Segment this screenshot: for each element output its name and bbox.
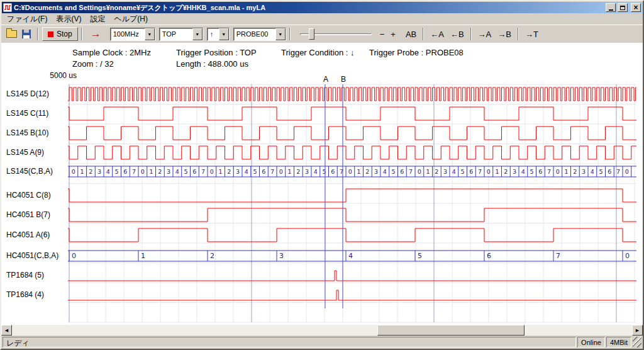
svg-text:3: 3 [236,168,240,175]
scroll-left-button[interactable]: ◀ [1,325,12,336]
zoom-slider[interactable] [299,27,373,41]
waveform-plot: 0123456701234567012345670123456701234567… [1,43,643,325]
dropdown-arrow-icon[interactable]: ▼ [145,28,155,40]
menu-help[interactable]: ヘルプ(H) [109,13,152,25]
svg-text:2: 2 [504,168,508,175]
waveform-area: Sample Clock : 2MHz Trigger Position : T… [1,43,643,325]
run-arrow-icon: → [91,28,101,40]
slider-thumb[interactable] [309,28,314,40]
trigger-position-value: TOP [160,28,192,40]
save-button[interactable] [19,27,34,41]
svg-text:0: 0 [210,168,214,175]
trigger-edge-select[interactable]: ↑ ▼ [207,28,230,41]
svg-text:6: 6 [123,168,127,175]
app-window: C:¥Documents and Settings¥noname¥デスクトップ¥… [0,0,644,350]
svg-text:4: 4 [348,252,353,260]
svg-text:3: 3 [279,252,284,260]
statusbar: レディ Online 4MBit [1,336,643,349]
set-cursor-a-button[interactable]: →A [475,28,495,40]
floppy-shutter [24,30,29,33]
svg-text:7: 7 [132,168,136,175]
close-icon: × [633,4,638,11]
svg-text:7: 7 [409,168,413,175]
svg-text:4: 4 [106,168,110,175]
svg-text:2: 2 [573,168,577,175]
stop-icon [48,31,53,37]
titlebar[interactable]: C:¥Documents and Settings¥noname¥デスクトップ¥… [2,2,642,13]
maximize-icon [620,6,625,10]
svg-text:4: 4 [314,168,318,175]
svg-text:5: 5 [418,252,422,260]
svg-text:0: 0 [348,168,352,175]
svg-text:0: 0 [279,168,283,175]
horizontal-scrollbar[interactable]: ◀ ▶ [1,325,643,336]
goto-cursor-b-button[interactable]: ←B [447,28,467,40]
maximize-button[interactable] [618,3,628,12]
resize-grip[interactable] [633,337,641,347]
svg-text:3: 3 [167,168,170,175]
svg-text:1: 1 [219,168,223,175]
svg-text:5: 5 [461,168,465,175]
svg-text:4: 4 [452,168,456,175]
dropdown-arrow-icon[interactable]: ▼ [275,28,286,40]
svg-text:3: 3 [582,168,586,175]
menu-view[interactable]: 表示(V) [52,13,86,25]
stop-button[interactable]: Stop [42,27,78,41]
scrollbar-thumb[interactable] [377,325,525,336]
scroll-right-button[interactable]: ▶ [632,325,643,336]
svg-text:5: 5 [115,168,119,175]
run-button[interactable]: → [86,28,106,40]
svg-text:5: 5 [530,168,534,175]
app-icon [3,3,12,12]
goto-trigger-button[interactable]: →T [522,28,541,40]
goto-cursor-a-button[interactable]: ←A [427,28,447,40]
svg-text:5: 5 [392,168,396,175]
svg-text:7: 7 [270,168,274,175]
svg-text:4: 4 [245,168,248,175]
status-message: レディ [3,337,576,347]
svg-text:1: 1 [141,252,145,260]
floppy-label [23,35,30,38]
open-button[interactable] [4,27,19,41]
trigger-position-select[interactable]: TOP ▼ [159,28,203,41]
svg-text:2: 2 [435,168,438,175]
toolbar-separator [37,28,38,40]
svg-text:3: 3 [97,168,101,175]
svg-text:6: 6 [262,168,265,175]
svg-text:6: 6 [538,168,542,175]
svg-text:2: 2 [296,168,300,175]
menu-settings[interactable]: 設定 [86,13,109,25]
svg-text:0: 0 [72,168,75,175]
svg-text:3: 3 [513,168,516,175]
zoom-in-button[interactable]: + [387,28,399,40]
trigger-probe-value: PROBE00 [234,28,275,40]
toolbar: Stop → 100MHz ▼ TOP ▼ ↑ ▼ PROBE00 ▼ − + … [1,25,643,43]
svg-text:7: 7 [201,168,205,175]
toolbar-separator [470,28,472,40]
svg-text:5: 5 [599,168,603,175]
toolbar-separator [423,28,424,40]
ab-button[interactable]: AB [402,28,419,40]
svg-text:2: 2 [227,168,231,175]
svg-text:1: 1 [150,168,153,175]
sample-clock-select[interactable]: 100MHz ▼ [110,28,155,41]
minimize-button[interactable] [606,3,616,12]
svg-text:5: 5 [253,168,257,175]
svg-text:4: 4 [383,168,387,175]
menu-file[interactable]: ファイル(F) [3,13,52,25]
dropdown-arrow-icon[interactable]: ▼ [219,28,229,40]
svg-text:4: 4 [591,168,594,175]
toolbar-separator [81,28,82,40]
dropdown-arrow-icon[interactable]: ▼ [192,28,203,40]
svg-text:7: 7 [556,252,560,260]
svg-text:5: 5 [323,168,326,175]
close-button[interactable]: × [631,3,641,12]
svg-text:2: 2 [158,168,162,175]
svg-text:3: 3 [374,168,378,175]
trigger-probe-select[interactable]: PROBE00 ▼ [233,28,286,41]
set-cursor-b-button[interactable]: →B [494,28,514,40]
zoom-out-button[interactable]: − [377,28,388,40]
svg-text:1: 1 [496,168,499,175]
memory-status: 4MBit [606,337,631,347]
svg-text:0: 0 [625,168,629,175]
